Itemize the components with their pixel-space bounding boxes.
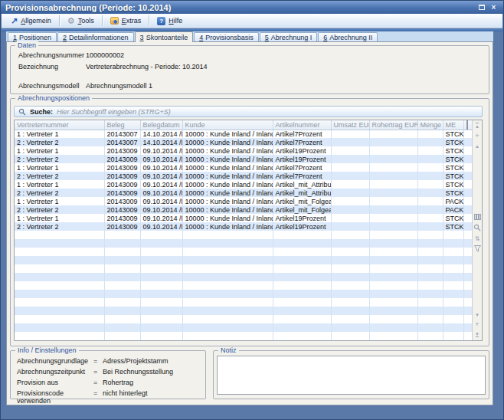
info-row: Provisionscode verwenden = nicht hinterl…	[17, 389, 202, 398]
empty-cell	[331, 281, 369, 290]
cell-me: PACK	[443, 197, 463, 205]
empty-cell	[104, 273, 140, 281]
field-value: Vertreterabrechnung - Periode: 10.2014	[86, 63, 208, 71]
positionen-group-title: Abrechnungspositionen	[15, 94, 92, 102]
column-header-umsatz-eur[interactable]: Umsatz EUR	[331, 120, 369, 130]
empty-cell	[443, 323, 463, 332]
empty-cell	[369, 264, 417, 273]
toolbar-button-extras[interactable]: Extras	[104, 15, 148, 27]
cell-kunde: 10000 : Kunde Inland / Inlandsort	[182, 130, 273, 138]
scroll-top-icon[interactable]: ▴	[476, 123, 479, 129]
cell-umsatz	[331, 138, 369, 146]
scroll-down-icon[interactable]: ▾	[476, 311, 479, 317]
empty-cell	[104, 315, 140, 323]
toolbar-button-hilfe[interactable]: ?Hilfe	[151, 15, 188, 27]
cell-beleg: 20143009	[104, 205, 140, 214]
scroll-bottom-icon[interactable]: ▾	[476, 331, 479, 337]
info-row: Abrechnungsgrundlage = Adress/Projektsta…	[17, 357, 202, 366]
cell-datum: 09.10.2014 /Do	[140, 189, 182, 197]
toolbar-button-allgemein[interactable]: ↗Allgemein	[5, 15, 57, 27]
empty-cell	[140, 315, 182, 323]
empty-cell	[104, 264, 140, 273]
field-value: 1000000002	[86, 51, 124, 60]
add-icon[interactable]: +	[475, 321, 479, 327]
column-header-beleg[interactable]: Beleg	[104, 120, 140, 130]
positions-table: VertreternummerBelegBelegdatumKundeArtik…	[15, 120, 476, 340]
empty-cell	[140, 231, 182, 239]
cell-datum: 09.10.2014 /Do	[140, 155, 182, 163]
empty-cell	[104, 298, 140, 307]
search-input[interactable]	[57, 108, 478, 116]
cell-umsatz	[331, 189, 369, 197]
column-header-menge[interactable]: Menge	[417, 120, 443, 130]
cell-vertreter: 2 : Vertreter 2	[15, 138, 104, 146]
column-header-vertreternummer[interactable]: Vertreternummer	[15, 120, 104, 130]
empty-cell	[182, 231, 273, 239]
toolbar-button-tools[interactable]: ⚙Tools	[61, 15, 100, 27]
empty-cell	[182, 315, 273, 323]
cell-kunde: 10000 : Kunde Inland / Inlandsort	[182, 180, 273, 189]
cell-menge	[417, 146, 443, 155]
toolbar-separator	[149, 15, 149, 26]
empty-cell	[182, 273, 273, 281]
table-row[interactable]: 1 : Vertreter 12014300909.10.2014 /Do100…	[15, 197, 475, 205]
table-row[interactable]: 2 : Vertreter 22014300909.10.2014 /Do100…	[15, 172, 475, 180]
table-row[interactable]: 2 : Vertreter 22014300909.10.2014 /Do100…	[15, 222, 475, 231]
maximize-icon	[479, 5, 485, 10]
add-icon[interactable]: +	[475, 133, 479, 139]
table-row[interactable]: 1 : Vertreter 12014300909.10.2014 /Do100…	[15, 214, 475, 222]
cell-vertreter: 1 : Vertreter 1	[15, 130, 104, 138]
daten-group-title: Daten	[15, 41, 38, 49]
notiz-group: Notiz	[213, 350, 489, 399]
empty-cell	[369, 315, 417, 323]
column-header-kunde[interactable]: Kunde	[182, 120, 273, 130]
cell-menge	[417, 172, 443, 180]
cell-datum: 09.10.2014 /Do	[140, 172, 182, 180]
cell-rohertrag	[369, 222, 417, 231]
columns-icon[interactable]	[474, 214, 481, 220]
tab-skontoanteile[interactable]: 3Skontoanteile	[135, 31, 194, 42]
empty-cell	[182, 323, 273, 332]
cell-menge	[417, 214, 443, 222]
maximize-button[interactable]	[476, 3, 486, 12]
empty-cell	[369, 332, 417, 340]
empty-cell	[182, 264, 273, 273]
cell-umsatz	[331, 205, 369, 214]
table-row[interactable]: 1 : Vertreter 12014300909.10.2014 /Do100…	[15, 146, 475, 155]
empty-cell	[369, 281, 417, 290]
close-button[interactable]: ×	[489, 3, 499, 12]
table-row[interactable]: 1 : Vertreter 12014300909.10.2014 /Do100…	[15, 163, 475, 172]
empty-cell	[331, 256, 369, 264]
table-row[interactable]: 2 : Vertreter 22014300909.10.2014 /Do100…	[15, 155, 475, 163]
sort-icon[interactable]: ⇅	[475, 235, 480, 241]
empty-row	[15, 323, 475, 332]
column-header-rohertrag-eur[interactable]: Rohertrag EUR	[369, 120, 417, 130]
search-icon[interactable]	[473, 224, 481, 231]
cell-umsatz	[331, 146, 369, 155]
titlebar[interactable]: Provisionsabrechnung (Periode: 10.2014) …	[1, 1, 503, 14]
info-label: Abrechnungsgrundlage	[17, 357, 93, 366]
empty-cell	[331, 298, 369, 307]
empty-row	[15, 298, 475, 307]
cell-artikel: Artikel7Prozent	[273, 130, 331, 138]
table-row[interactable]: 2 : Vertreter 22014300909.10.2014 /Do100…	[15, 189, 475, 197]
notiz-textarea[interactable]	[217, 356, 486, 395]
table-row[interactable]: 2 : Vertreter 22014300714.10.2014 /Di100…	[15, 138, 475, 146]
filter-icon[interactable]	[474, 245, 481, 252]
column-header-me[interactable]: ME	[443, 120, 463, 130]
cell-datum: 09.10.2014 /Do	[140, 163, 182, 172]
cell-datum: 09.10.2014 /Do	[140, 197, 182, 205]
info-label: Provisionscode verwenden	[17, 389, 93, 398]
table-row[interactable]: 2 : Vertreter 22014300909.10.2014 /Do100…	[15, 205, 475, 214]
column-header-artikelnummer[interactable]: Artikelnummer	[273, 120, 331, 130]
field-bezeichnung: Bezeichnung Vertreterabrechnung - Period…	[18, 63, 481, 71]
tab-label: Positionen	[19, 34, 51, 41]
table-row[interactable]: 1 : Vertreter 12014300909.10.2014 /Do100…	[15, 180, 475, 189]
cell-umsatz	[331, 214, 369, 222]
column-header-belegdatum[interactable]: Belegdatum	[140, 120, 182, 130]
field-abrechnungsmodell: Abrechnungsmodell Abrechnungsmodell 1	[18, 82, 481, 90]
info-group-title: Info / Einstellungen	[15, 346, 79, 354]
empty-cell	[417, 273, 443, 281]
table-row[interactable]: 1 : Vertreter 12014300714.10.2014 /Di100…	[15, 130, 475, 138]
scroll-up-icon[interactable]: ▴	[476, 143, 479, 149]
